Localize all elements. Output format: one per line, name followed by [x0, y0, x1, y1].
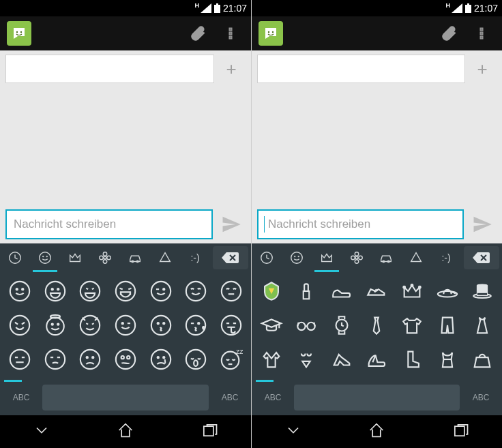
emoji-kiss[interactable]: [144, 309, 178, 342]
attach-button[interactable]: [184, 20, 211, 47]
emoji-big-grin[interactable]: [73, 275, 107, 308]
send-button[interactable]: [217, 210, 246, 239]
emoji-lipstick[interactable]: [290, 275, 324, 308]
svg-point-10: [46, 256, 47, 257]
message-input[interactable]: Nachricht schreiben: [5, 209, 213, 239]
emoji-grad-cap[interactable]: [254, 309, 289, 342]
emoji-laugh[interactable]: [3, 309, 37, 342]
emoji-top-hat[interactable]: [465, 275, 499, 308]
message-input[interactable]: Nachricht schreiben: [257, 209, 464, 239]
abc-key-left[interactable]: ABC: [256, 393, 290, 402]
emoji-sneaker[interactable]: [360, 275, 394, 308]
tab-car[interactable]: [120, 243, 150, 272]
emoji-kimono[interactable]: [254, 343, 289, 376]
emoji-neutral[interactable]: [3, 343, 37, 376]
abc-key-right[interactable]: ABC: [464, 393, 498, 402]
emoji-grid: [252, 272, 502, 378]
svg-point-33: [51, 323, 53, 325]
space-key[interactable]: [294, 385, 460, 410]
tab-symbols[interactable]: [150, 243, 180, 272]
abc-key-left[interactable]: ABC: [4, 393, 38, 402]
emoji-high-heel[interactable]: [325, 343, 359, 376]
emoji-crown[interactable]: [395, 275, 429, 308]
backspace-key[interactable]: [213, 246, 248, 269]
tab-crown[interactable]: [60, 243, 90, 272]
tab-smileys[interactable]: [30, 243, 60, 272]
emoji-grin[interactable]: [38, 275, 72, 308]
emoji-boot[interactable]: [395, 343, 429, 376]
emoji-smile[interactable]: [3, 275, 37, 308]
attach-button[interactable]: [435, 20, 462, 47]
svg-point-75: [358, 256, 362, 260]
emoji-kiss-heart[interactable]: [179, 309, 213, 342]
emoji-necktie[interactable]: [360, 309, 394, 342]
emoji-badge[interactable]: [254, 275, 289, 308]
emoji-wink2[interactable]: [108, 309, 143, 342]
add-recipient-button[interactable]: +: [217, 55, 246, 83]
recipient-row: +: [0, 50, 251, 87]
svg-point-63: [272, 31, 274, 33]
overflow-menu-button[interactable]: [468, 20, 495, 47]
emoji-tongue[interactable]: [214, 309, 248, 342]
tab-recent[interactable]: [252, 243, 282, 272]
space-key[interactable]: [42, 385, 209, 410]
emoji-tshirt[interactable]: [395, 309, 429, 342]
abc-key-right[interactable]: ABC: [213, 393, 247, 402]
emoji-laugh-tears[interactable]: [108, 275, 143, 308]
compose-row: Nachricht schreiben: [0, 205, 251, 243]
add-recipient-button[interactable]: +: [468, 55, 497, 83]
backspace-key[interactable]: [464, 246, 499, 269]
recents-button[interactable]: [451, 421, 470, 443]
tab-car[interactable]: [371, 243, 401, 272]
emoji-bikini[interactable]: [290, 343, 324, 376]
tab-smileys[interactable]: [282, 243, 312, 272]
emoji-confused[interactable]: [108, 343, 143, 376]
emoji-womans-clothes[interactable]: [430, 343, 464, 376]
send-button[interactable]: [468, 210, 497, 239]
emoji-devil[interactable]: [73, 309, 107, 342]
emoji-angel[interactable]: [38, 309, 72, 342]
emoji-smile-closed[interactable]: [214, 275, 248, 308]
messaging-app-icon[interactable]: [259, 21, 283, 46]
emoji-cry[interactable]: [144, 343, 178, 376]
tab-text-emoticons[interactable]: :-): [180, 243, 210, 272]
emoji-sleepy[interactable]: [179, 343, 213, 376]
svg-rect-59: [203, 426, 213, 436]
emoji-sandal[interactable]: [360, 343, 394, 376]
messaging-app-icon[interactable]: [7, 21, 31, 46]
emoji-dress[interactable]: [465, 309, 499, 342]
emoji-category-tabs: :-): [0, 243, 251, 272]
home-button[interactable]: [367, 421, 386, 443]
svg-rect-6: [229, 36, 232, 39]
emoji-watch[interactable]: [325, 309, 359, 342]
emoji-zzz[interactable]: ZZZ: [214, 343, 248, 376]
emoji-sun-hat[interactable]: [430, 275, 464, 308]
emoji-wink[interactable]: [144, 275, 178, 308]
tab-text-emoticons[interactable]: :-): [431, 243, 461, 272]
svg-point-8: [40, 252, 51, 264]
svg-point-9: [43, 256, 44, 257]
recents-button[interactable]: [200, 421, 219, 443]
emoji-unamused[interactable]: [38, 343, 72, 376]
emoji-sad[interactable]: [73, 343, 107, 376]
recipient-input[interactable]: [5, 55, 214, 83]
back-button[interactable]: [32, 421, 51, 443]
tab-flower[interactable]: [342, 243, 372, 272]
svg-point-13: [103, 260, 107, 264]
emoji-blush[interactable]: [179, 275, 213, 308]
emoji-glasses[interactable]: [290, 309, 324, 342]
recipient-input[interactable]: [257, 55, 465, 83]
overflow-menu-button[interactable]: [217, 20, 244, 47]
back-button[interactable]: [284, 421, 303, 443]
svg-point-73: [355, 260, 359, 264]
emoji-mens-shoe[interactable]: [325, 275, 359, 308]
svg-point-28: [186, 282, 205, 301]
home-button[interactable]: [116, 421, 135, 443]
tab-recent[interactable]: [0, 243, 30, 272]
tab-flower[interactable]: [90, 243, 120, 272]
emoji-handbag[interactable]: [465, 343, 499, 376]
svg-point-53: [157, 357, 158, 358]
tab-crown[interactable]: [312, 243, 342, 272]
emoji-jeans[interactable]: [430, 309, 464, 342]
tab-symbols[interactable]: [401, 243, 431, 272]
